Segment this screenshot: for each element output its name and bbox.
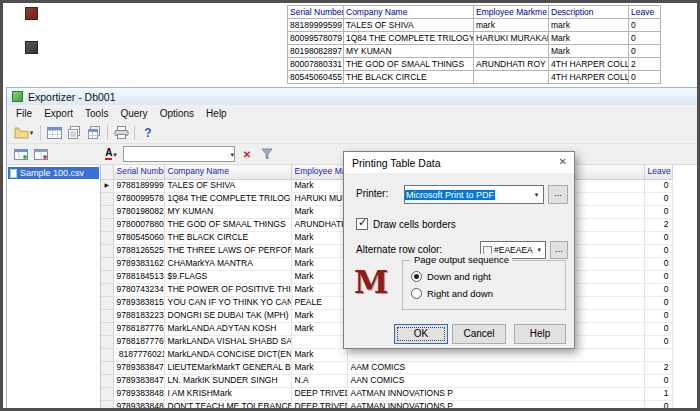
grid-row[interactable]: 9789383847161LIEUTEMarkMarkT GENERAL BHA… (101, 361, 698, 374)
menu-item-export[interactable]: Export (38, 107, 79, 120)
copy-records-button[interactable] (64, 123, 84, 143)
grid-row[interactable]: 8187776021MarkLANDA CONCISE DICT(ENG TOM… (101, 348, 698, 361)
grid-cell[interactable]: 0 (644, 244, 672, 257)
menu-item-options[interactable]: Options (154, 107, 200, 120)
grid-cell[interactable]: Mark (291, 270, 347, 283)
grid-cell[interactable]: 9789383162666 (113, 257, 164, 270)
title-bar[interactable]: Exportizer - Db001 (7, 88, 698, 105)
grid-cell[interactable]: 9789383848510 (113, 400, 164, 410)
grid-cell[interactable]: MY KUMAN (164, 205, 291, 218)
grid-cell[interactable]: 0 (644, 257, 672, 270)
grid-row[interactable]: 9789383848503I AM KRISHMarkDEEP TRIVEDIA… (101, 387, 698, 400)
grid-cell[interactable] (644, 348, 672, 361)
export-table-button[interactable] (44, 123, 64, 143)
grid-cell[interactable]: 0 (644, 270, 672, 283)
grid-cell[interactable]: I AM KRISHMark (164, 387, 291, 400)
grid-cell[interactable]: DEEP TRIVEDI (291, 400, 347, 410)
grid-cell[interactable]: 2 (644, 218, 672, 231)
chevron-down-icon[interactable]: ▾ (530, 191, 543, 199)
grid-cell[interactable]: 0 (644, 231, 672, 244)
grid-cell[interactable]: Mark (291, 231, 347, 244)
grid-cell[interactable]: 9789383848503 (113, 387, 164, 400)
grid-cell[interactable]: DONGRI SE DUBAI TAK (MPH) (164, 309, 291, 322)
grid-cell[interactable]: CHAMarkYA MANTRA (164, 257, 291, 270)
grid-cell[interactable]: LIEUTEMarkMarkT GENERAL BHAGAT (164, 361, 291, 374)
background-app-icon-1[interactable] (25, 7, 38, 20)
grid-cell[interactable]: HARUKI MURAKAMI (291, 192, 347, 205)
grid-row[interactable]: 9789383847162LN. MarkIK SUNDER SINGHN.AA… (101, 374, 698, 387)
grid-cell[interactable]: Mark (291, 309, 347, 322)
checkbox[interactable]: ✓ (356, 218, 368, 230)
grid-row[interactable]: 9789383848510DON'T TEACH ME TOLERANCE IN… (101, 400, 698, 410)
grid-cell[interactable]: Mark (291, 244, 347, 257)
menu-item-query[interactable]: Query (114, 107, 153, 120)
grid-cell[interactable]: 9788126525051 (113, 244, 164, 257)
help-button[interactable]: Help (514, 324, 566, 344)
grid-cell[interactable]: 9788184513535 (113, 270, 164, 283)
filter-input[interactable] (124, 148, 230, 160)
grid-cell[interactable]: YOU CAN IF YO THINK YO CAN (164, 296, 291, 309)
grid-cell[interactable]: 0 (644, 400, 672, 410)
close-icon[interactable]: ✕ (559, 156, 567, 168)
alt-color-browse-button[interactable]: ... (550, 241, 568, 259)
grid-cell[interactable]: THE THREE LAWS OF PERFORMANCE (164, 244, 291, 257)
grid-cell[interactable]: THE POWER OF POSITIVE THINKING (164, 283, 291, 296)
grid-cell[interactable]: 9780198082897 (113, 205, 164, 218)
open-database-button[interactable]: ▾ (10, 123, 37, 143)
printer-browse-button[interactable]: ... (548, 185, 568, 204)
filter-combobox[interactable]: ▾ (123, 146, 235, 162)
grid-cell[interactable]: 9788187776024 (113, 322, 164, 335)
grid-cell[interactable]: MarkLANDA VISHAL SHABD SAGAR (164, 335, 291, 348)
help-button[interactable]: ? (138, 123, 158, 143)
grid-cell[interactable]: 9788183223239 (113, 309, 164, 322)
ok-button[interactable]: OK (394, 324, 448, 344)
menu-item-help[interactable]: Help (200, 107, 233, 120)
grid-cell[interactable]: 0 (644, 179, 672, 192)
chevron-down-icon[interactable]: ▾ (30, 129, 34, 136)
grid-cell[interactable]: 9789383847161 (113, 361, 164, 374)
grid-cell[interactable]: 0 (644, 192, 672, 205)
radio-down-and-right[interactable]: Down and right (411, 271, 491, 282)
grid-cell[interactable]: 2 (644, 361, 672, 374)
grid-cell[interactable]: TALES OF SHIVA (164, 179, 291, 192)
grid-cell[interactable]: AAN COMICS (347, 374, 644, 387)
sidebar-item-sample100[interactable]: Sample 100.csv (8, 167, 99, 179)
grid-cell[interactable]: PEALE (291, 296, 347, 309)
grid-cell[interactable]: LN. MarkIK SUNDER SINGH (164, 374, 291, 387)
grid-cell[interactable]: Mark (291, 179, 347, 192)
chevron-down-icon[interactable]: ▾ (533, 246, 546, 254)
grid-cell[interactable] (291, 335, 347, 348)
grid-cell[interactable]: 9780545060455 (113, 231, 164, 244)
grid-cell[interactable]: THE BLACK CIRCLE (164, 231, 291, 244)
copy-to-clipboard-button[interactable] (84, 123, 104, 143)
grid-cell[interactable]: ARUNDHATI ROY (291, 218, 347, 231)
grid-cell[interactable]: THE GOD OF SMAAL THINGS (164, 218, 291, 231)
radio-dot[interactable] (411, 288, 422, 299)
grid-cell[interactable]: Mark (291, 205, 347, 218)
background-app-icon-2[interactable] (25, 41, 38, 54)
chevron-down-icon[interactable]: ▾ (113, 151, 117, 158)
grid-cell[interactable]: 1Q84 THE COMPLETE TRILOGY (164, 192, 291, 205)
printer-combobox[interactable]: Microsoft Print to PDF ▾ (404, 185, 544, 204)
grid-cell[interactable]: 8187776021 (113, 348, 164, 361)
menu-item-tools[interactable]: Tools (79, 107, 114, 120)
grid-header-company-name[interactable]: Company Name (164, 165, 291, 179)
clear-filter-button[interactable]: ✕ (237, 144, 257, 164)
grid-cell[interactable]: 9788187776053 (113, 335, 164, 348)
grid-cell[interactable]: Mark (291, 322, 347, 335)
grid-cell[interactable]: AAM COMICS (347, 361, 644, 374)
form-view-button[interactable] (31, 144, 51, 164)
chevron-down-icon[interactable]: ▾ (230, 151, 234, 158)
radio-right-and-down[interactable]: Right and down (411, 288, 493, 299)
grid-cell[interactable]: Mark (291, 361, 347, 374)
grid-view-button[interactable] (11, 144, 31, 164)
grid-cell[interactable]: 9780099578079 (113, 192, 164, 205)
grid-cell[interactable] (347, 348, 644, 361)
grid-cell[interactable]: N.A (291, 374, 347, 387)
grid-cell[interactable]: 1 (644, 387, 672, 400)
grid-cell[interactable]: 0 (644, 335, 672, 348)
grid-cell[interactable]: 0 (644, 374, 672, 387)
grid-cell[interactable]: 9789383815296 (113, 296, 164, 309)
grid-cell[interactable]: 0 (644, 283, 672, 296)
dialog-title-bar[interactable]: Printing Table Data (344, 152, 574, 173)
